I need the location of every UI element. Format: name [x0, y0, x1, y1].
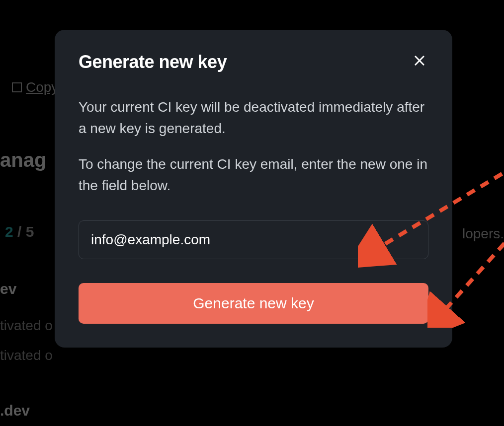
copy-icon: [12, 82, 22, 92]
generate-new-key-button[interactable]: Generate new key: [79, 283, 428, 324]
bg-text-fragment-2: tivated o: [0, 348, 53, 363]
bg-dev2-label: .dev: [0, 402, 30, 419]
count-current: 2: [5, 223, 13, 240]
modal-title: Generate new key: [79, 52, 227, 72]
modal-paragraph-1: Your current CI key will be deactivated …: [79, 96, 428, 140]
modal-header: Generate new key: [79, 52, 428, 72]
generate-key-modal: Generate new key Your current CI key wil…: [55, 30, 452, 348]
bg-text-fragment-1: tivated o: [0, 318, 53, 334]
close-button[interactable]: [411, 52, 428, 70]
close-icon: [413, 54, 426, 68]
count-separator: /: [13, 223, 26, 240]
copy-link: Copy: [12, 79, 58, 95]
bg-count: 2 / 5: [5, 223, 34, 240]
email-field[interactable]: [79, 220, 428, 259]
bg-dev-label: ev: [0, 281, 16, 297]
modal-paragraph-2: To change the current CI key email, ente…: [79, 153, 428, 197]
modal-body: Your current CI key will be deactivated …: [79, 96, 428, 324]
count-total: 5: [26, 223, 34, 240]
bg-heading-fragment: anag: [0, 149, 46, 171]
bg-lopers-fragment: lopers.: [462, 226, 504, 242]
copy-label: Copy: [26, 79, 58, 95]
